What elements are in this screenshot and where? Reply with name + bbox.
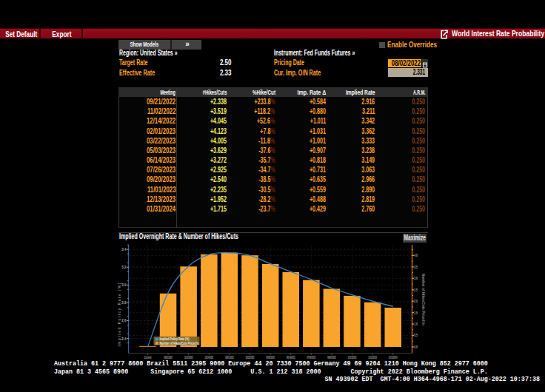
svg-text:3.0: 3.0	[121, 283, 126, 287]
svg-text:07/26/2023: 07/26/2023	[307, 355, 316, 359]
svg-text:3.5: 3.5	[414, 265, 418, 269]
svg-text:1.5: 1.5	[414, 311, 418, 315]
svg-text:09/20/2023: 09/20/2023	[327, 355, 336, 359]
svg-text:01/31/2024: 01/31/2024	[389, 355, 398, 359]
svg-text:05/03/2023: 05/03/2023	[266, 355, 275, 359]
svg-text:Number of Hikes/Cuts Priced In: Number of Hikes/Cuts Priced In	[421, 274, 425, 325]
svg-text:11/01/2023: 11/01/2023	[348, 355, 357, 359]
svg-text:09/21/2022: 09/21/2022	[164, 355, 173, 359]
svg-text:Current: Current	[144, 355, 152, 359]
svg-text:3.2: 3.2	[121, 265, 126, 269]
svg-text:0.5: 0.5	[414, 333, 418, 337]
svg-text:3.4: 3.4	[121, 247, 127, 251]
svg-text:11/02/2022: 11/02/2022	[184, 355, 193, 359]
svg-text:4.0: 4.0	[414, 253, 418, 257]
svg-text:03/22/2023: 03/22/2023	[246, 355, 255, 359]
svg-text:1.0: 1.0	[414, 322, 418, 326]
svg-text:Implied Policy Rate (%): Implied Policy Rate (%)	[118, 283, 121, 346]
svg-text:12/14/2022: 12/14/2022	[205, 355, 214, 359]
svg-text:2.8: 2.8	[121, 300, 126, 305]
svg-text:2.0: 2.0	[414, 299, 418, 303]
svg-text:02/01/2023: 02/01/2023	[225, 355, 234, 359]
svg-text:3.0: 3.0	[414, 276, 418, 280]
svg-text:2.4: 2.4	[121, 337, 127, 341]
svg-text:06/14/2023: 06/14/2023	[287, 355, 295, 359]
svg-text:2.6: 2.6	[121, 318, 126, 322]
svg-text:0.0: 0.0	[414, 345, 418, 349]
svg-text:Number of Hikes/Cuts Priced In: Number of Hikes/Cuts Priced In	[160, 341, 199, 345]
svg-text:12/13/2023: 12/13/2023	[368, 355, 377, 359]
svg-text:2.5: 2.5	[414, 288, 418, 292]
